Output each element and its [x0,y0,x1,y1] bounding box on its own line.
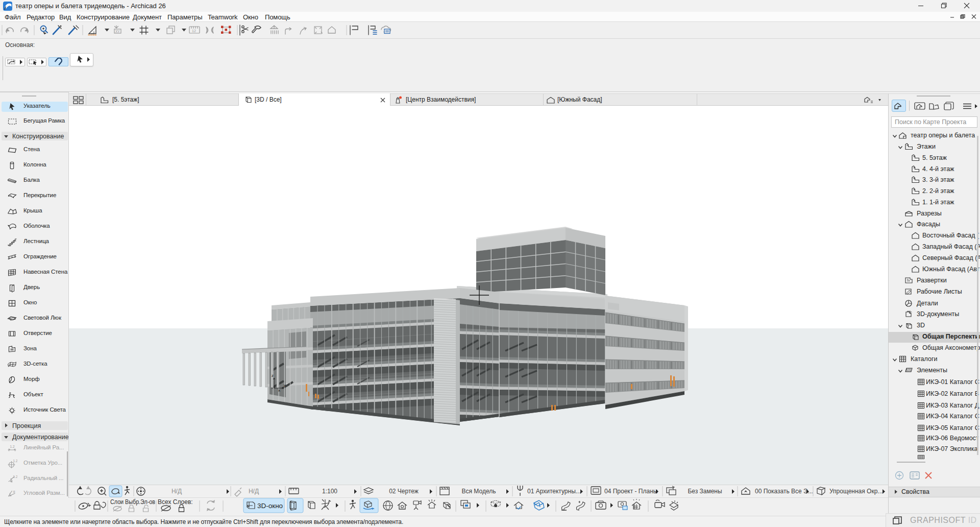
svg-text:Упрощенная Окр...: Упрощенная Окр... [829,488,883,495]
svg-text:3D-окно: 3D-окно [257,502,283,510]
svg-text:1:100: 1:100 [322,488,337,495]
svg-text:04 Проект - Планы: 04 Проект - Планы [604,488,657,495]
svg-text:Всех Слоев:: Всех Слоев: [158,498,193,506]
svg-text:y: y [284,383,286,388]
svg-text:Вся Модель: Вся Модель [462,488,496,495]
svg-text:1.2: 1.2 [13,475,18,478]
svg-text:XY: XY [115,30,120,33]
svg-text:z: z [272,373,274,378]
svg-text:x: x [278,388,280,393]
svg-text:α: α [13,490,15,493]
svg-text:Н/Д: Н/Д [172,488,182,495]
svg-text:01 Архитектурны...: 01 Архитектурны... [527,488,581,495]
svg-text:Н/Д: Н/Д [249,488,259,495]
svg-text:00 Показать Все Э...: 00 Показать Все Э... [755,488,813,495]
svg-text:Без Замены: Без Замены [688,488,722,495]
svg-text:1.2: 1.2 [13,459,18,463]
svg-text:12: 12 [192,29,196,33]
svg-text:02 Чертеж: 02 Чертеж [389,488,419,495]
svg-text:1.2: 1.2 [10,445,15,448]
svg-text:Слои Выбр.Эл-ов: Слои Выбр.Эл-ов [110,498,155,506]
